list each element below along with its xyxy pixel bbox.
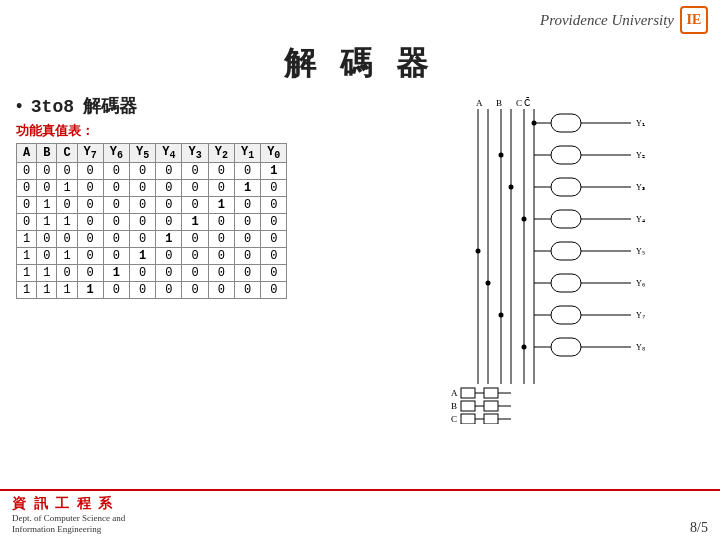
cell-Y6: 0	[103, 214, 129, 231]
cell-Y1: 0	[234, 282, 260, 299]
cell-Y5: 0	[130, 231, 156, 248]
svg-point-44	[522, 217, 527, 222]
svg-rect-13	[551, 146, 581, 164]
cell-A: 0	[17, 214, 37, 231]
table-row: 11110000000	[17, 282, 287, 299]
cell-Y0: 0	[261, 231, 287, 248]
svg-point-41	[532, 121, 537, 126]
cell-Y4: 0	[156, 163, 182, 180]
table-row: 00000000001	[17, 163, 287, 180]
col-header-Y2: Y2	[208, 144, 234, 163]
bullet: •	[16, 96, 22, 116]
col-header-Y6: Y6	[103, 144, 129, 163]
cell-Y7: 0	[77, 214, 103, 231]
col-header-Y3: Y3	[182, 144, 208, 163]
cell-Y7: 0	[77, 265, 103, 282]
cell-Y3: 0	[182, 197, 208, 214]
table-row: 11001000000	[17, 265, 287, 282]
cell-Y2: 0	[208, 231, 234, 248]
cell-B: 0	[37, 231, 57, 248]
cell-Y7: 0	[77, 248, 103, 265]
svg-text:A: A	[451, 388, 458, 398]
cell-A: 0	[17, 197, 37, 214]
cell-Y7: 0	[77, 197, 103, 214]
subtitle-text: 解碼器	[79, 96, 138, 116]
cell-Y0: 0	[261, 265, 287, 282]
footer: 資 訊 工 程 系 Dept. of Computer Science and …	[0, 489, 720, 540]
cell-A: 1	[17, 231, 37, 248]
svg-rect-50	[461, 388, 475, 398]
cell-Y4: 0	[156, 197, 182, 214]
cell-Y5: 1	[130, 248, 156, 265]
cell-Y6: 1	[103, 265, 129, 282]
svg-rect-25	[551, 242, 581, 260]
cell-C: 1	[57, 180, 77, 197]
svg-text:Y₃: Y₃	[636, 183, 645, 192]
svg-rect-62	[484, 414, 498, 424]
cell-Y0: 0	[261, 248, 287, 265]
cell-B: 0	[37, 248, 57, 265]
cell-A: 0	[17, 180, 37, 197]
col-header-Y1: Y1	[234, 144, 260, 163]
cell-Y4: 0	[156, 265, 182, 282]
cell-C: 0	[57, 197, 77, 214]
cell-B: 1	[37, 214, 57, 231]
cell-Y4: 0	[156, 214, 182, 231]
col-header-Y0: Y0	[261, 144, 287, 163]
university-name: Providence University	[540, 12, 674, 29]
cell-C: 1	[57, 214, 77, 231]
table-label: 功能真值表：	[16, 122, 436, 140]
cell-C: 0	[57, 265, 77, 282]
cell-A: 1	[17, 282, 37, 299]
cell-Y1: 0	[234, 197, 260, 214]
cell-Y5: 0	[130, 265, 156, 282]
cell-Y5: 0	[130, 197, 156, 214]
svg-rect-55	[461, 401, 475, 411]
col-header-C: C	[57, 144, 77, 163]
cell-Y3: 0	[182, 231, 208, 248]
cell-Y1: 0	[234, 231, 260, 248]
cell-Y2: 1	[208, 197, 234, 214]
svg-text:A: A	[476, 98, 483, 108]
cell-Y3: 0	[182, 180, 208, 197]
cell-Y3: 0	[182, 163, 208, 180]
svg-point-43	[509, 185, 514, 190]
truth-table: A B C Y7 Y6 Y5 Y4 Y3 Y2 Y1 Y0 0000000000…	[16, 143, 287, 299]
main-content: • 3to8 解碼器 功能真值表： A B C Y7 Y6 Y5 Y4 Y3 Y…	[0, 94, 720, 428]
cell-Y1: 1	[234, 180, 260, 197]
svg-rect-21	[551, 210, 581, 228]
cell-Y5: 0	[130, 163, 156, 180]
col-header-B: B	[37, 144, 57, 163]
svg-rect-17	[551, 178, 581, 196]
svg-text:Y₅: Y₅	[636, 247, 645, 256]
header: Providence University IE	[0, 0, 720, 38]
table-row: 10000010000	[17, 231, 287, 248]
cell-A: 1	[17, 248, 37, 265]
cell-B: 1	[37, 197, 57, 214]
cell-Y2: 0	[208, 282, 234, 299]
cell-Y4: 0	[156, 248, 182, 265]
cell-B: 0	[37, 180, 57, 197]
table-row: 01000000100	[17, 197, 287, 214]
cell-Y2: 0	[208, 265, 234, 282]
table-row: 01100001000	[17, 214, 287, 231]
subtitle-code: 3to8	[31, 97, 74, 117]
cell-Y4: 1	[156, 231, 182, 248]
cell-Y3: 0	[182, 282, 208, 299]
svg-rect-52	[484, 388, 498, 398]
cell-C: 1	[57, 282, 77, 299]
footer-university-chinese: 資 訊 工 程 系	[12, 495, 125, 513]
cell-C: 0	[57, 163, 77, 180]
col-header-A: A	[17, 144, 37, 163]
cell-Y0: 1	[261, 163, 287, 180]
cell-Y6: 0	[103, 231, 129, 248]
university-logo: IE	[680, 6, 708, 34]
svg-rect-60	[461, 414, 475, 424]
svg-text:Y₁: Y₁	[636, 119, 645, 128]
page-number: 8/5	[690, 520, 708, 536]
svg-text:Y₇: Y₇	[636, 311, 645, 320]
cell-Y7: 0	[77, 231, 103, 248]
svg-point-45	[476, 249, 481, 254]
cell-Y7: 0	[77, 180, 103, 197]
cell-Y3: 0	[182, 265, 208, 282]
